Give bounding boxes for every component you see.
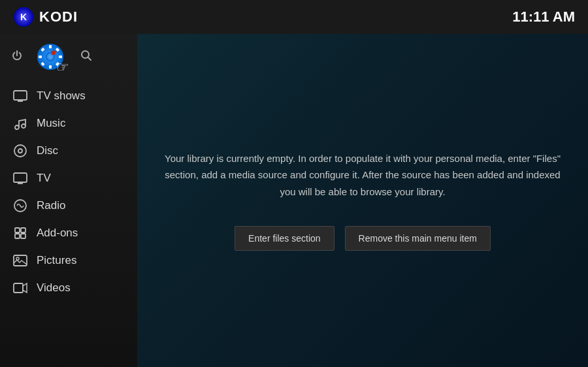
sidebar-menu: TV shows Music [0, 80, 137, 304]
svg-rect-26 [15, 228, 20, 232]
svg-rect-3 [49, 45, 52, 48]
tv-label: TV [37, 172, 51, 185]
header-left: K KODI [13, 7, 78, 27]
music-label: Music [37, 117, 65, 130]
disc-label: Disc [37, 144, 58, 157]
sidebar-item-pictures[interactable]: Pictures [0, 247, 137, 274]
sidebar-item-tv[interactable]: TV [0, 165, 137, 192]
power-icon[interactable] [10, 49, 24, 65]
svg-point-20 [14, 145, 26, 157]
tv-shows-label: TV shows [37, 89, 86, 103]
app-title: KODI [39, 8, 78, 25]
enter-files-button[interactable]: Enter files section [235, 226, 335, 251]
svg-text:K: K [20, 12, 27, 22]
tv-shows-icon [13, 89, 27, 103]
music-icon [13, 116, 27, 131]
sidebar-item-music[interactable]: Music [0, 110, 137, 137]
radio-icon [13, 199, 27, 213]
main-layout: ☞ TV shows [0, 34, 588, 367]
empty-library-message: Your library is currently empty. In orde… [163, 150, 562, 200]
pictures-label: Pictures [37, 254, 76, 267]
content-area: Your library is currently empty. In orde… [137, 34, 588, 367]
svg-rect-15 [14, 91, 27, 100]
sidebar-item-radio[interactable]: Radio [0, 192, 137, 219]
svg-rect-6 [59, 56, 62, 58]
settings-icon-wrap[interactable]: ☞ [37, 43, 64, 71]
sidebar: ☞ TV shows [0, 34, 137, 367]
sidebar-top-icons: ☞ [0, 34, 137, 80]
kodi-logo: K KODI [13, 7, 78, 27]
svg-rect-32 [14, 283, 23, 293]
addons-label: Add-ons [37, 227, 78, 240]
remove-menu-item-button[interactable]: Remove this main menu item [345, 226, 491, 251]
header-time: 11:11 AM [512, 8, 575, 25]
empty-message-text: Your library is currently empty. In orde… [163, 150, 562, 200]
addons-icon [13, 226, 27, 240]
search-icon[interactable] [80, 49, 93, 65]
sidebar-item-videos[interactable]: Videos [0, 274, 137, 302]
svg-rect-4 [49, 65, 52, 69]
svg-point-21 [18, 149, 22, 153]
kodi-logo-icon: K [13, 7, 34, 27]
cursor-icon: ☞ [56, 59, 69, 76]
header: K KODI 11:11 AM [0, 0, 588, 34]
videos-icon [13, 281, 27, 295]
videos-label: Videos [37, 281, 71, 295]
sidebar-item-addons[interactable]: Add-ons [0, 219, 137, 247]
svg-point-19 [22, 124, 25, 128]
svg-rect-5 [39, 56, 42, 58]
svg-rect-29 [21, 234, 25, 238]
tv-icon [13, 171, 27, 185]
svg-rect-22 [14, 173, 27, 182]
sidebar-item-disc[interactable]: Disc [0, 137, 137, 165]
action-buttons: Enter files section Remove this main men… [235, 226, 491, 251]
svg-rect-27 [21, 228, 25, 232]
sidebar-item-tv-shows[interactable]: TV shows [0, 82, 137, 110]
disc-icon [13, 144, 27, 158]
svg-rect-28 [15, 234, 20, 238]
pictures-icon [13, 253, 27, 268]
radio-label: Radio [37, 199, 65, 212]
